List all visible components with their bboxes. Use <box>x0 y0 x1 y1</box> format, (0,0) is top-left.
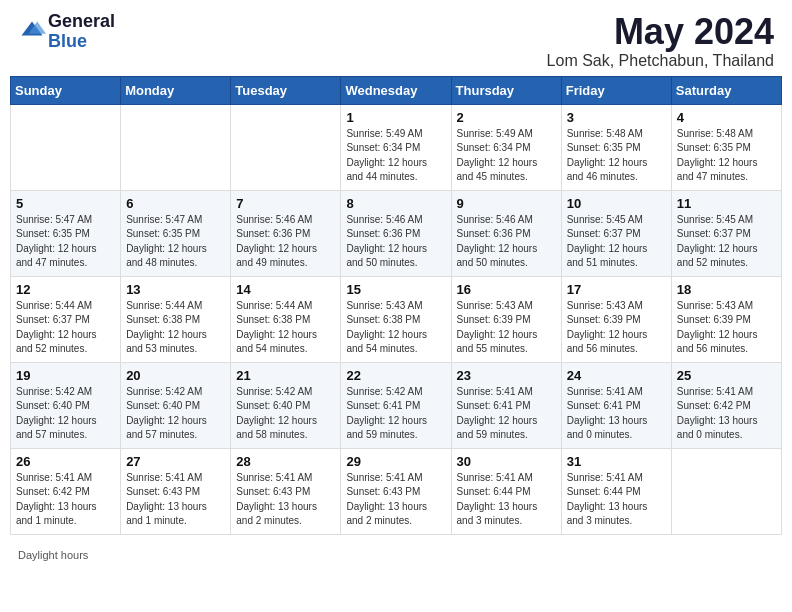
day-info: Sunrise: 5:46 AM Sunset: 6:36 PM Dayligh… <box>457 213 556 271</box>
calendar-week-row: 1Sunrise: 5:49 AM Sunset: 6:34 PM Daylig… <box>11 104 782 190</box>
day-number: 24 <box>567 368 666 383</box>
calendar-cell: 13Sunrise: 5:44 AM Sunset: 6:38 PM Dayli… <box>121 276 231 362</box>
day-number: 23 <box>457 368 556 383</box>
calendar-cell: 22Sunrise: 5:42 AM Sunset: 6:41 PM Dayli… <box>341 362 451 448</box>
day-info: Sunrise: 5:41 AM Sunset: 6:43 PM Dayligh… <box>346 471 445 529</box>
day-number: 16 <box>457 282 556 297</box>
calendar-cell: 28Sunrise: 5:41 AM Sunset: 6:43 PM Dayli… <box>231 448 341 534</box>
day-of-week-header: Friday <box>561 76 671 104</box>
day-number: 17 <box>567 282 666 297</box>
day-info: Sunrise: 5:41 AM Sunset: 6:44 PM Dayligh… <box>457 471 556 529</box>
calendar-week-row: 19Sunrise: 5:42 AM Sunset: 6:40 PM Dayli… <box>11 362 782 448</box>
calendar-cell <box>11 104 121 190</box>
day-number: 27 <box>126 454 225 469</box>
header: General Blue May 2024 Lom Sak, Phetchabu… <box>0 0 792 76</box>
day-info: Sunrise: 5:43 AM Sunset: 6:39 PM Dayligh… <box>677 299 776 357</box>
day-info: Sunrise: 5:46 AM Sunset: 6:36 PM Dayligh… <box>236 213 335 271</box>
calendar-cell: 30Sunrise: 5:41 AM Sunset: 6:44 PM Dayli… <box>451 448 561 534</box>
day-info: Sunrise: 5:45 AM Sunset: 6:37 PM Dayligh… <box>567 213 666 271</box>
day-of-week-header: Monday <box>121 76 231 104</box>
calendar-body: 1Sunrise: 5:49 AM Sunset: 6:34 PM Daylig… <box>11 104 782 534</box>
calendar-cell: 11Sunrise: 5:45 AM Sunset: 6:37 PM Dayli… <box>671 190 781 276</box>
calendar-cell: 4Sunrise: 5:48 AM Sunset: 6:35 PM Daylig… <box>671 104 781 190</box>
footer: Daylight hours <box>0 545 792 565</box>
location-subtitle: Lom Sak, Phetchabun, Thailand <box>547 52 774 70</box>
calendar-cell: 21Sunrise: 5:42 AM Sunset: 6:40 PM Dayli… <box>231 362 341 448</box>
day-of-week-header: Thursday <box>451 76 561 104</box>
calendar-cell: 5Sunrise: 5:47 AM Sunset: 6:35 PM Daylig… <box>11 190 121 276</box>
day-number: 6 <box>126 196 225 211</box>
calendar-cell: 1Sunrise: 5:49 AM Sunset: 6:34 PM Daylig… <box>341 104 451 190</box>
day-number: 3 <box>567 110 666 125</box>
day-info: Sunrise: 5:48 AM Sunset: 6:35 PM Dayligh… <box>567 127 666 185</box>
calendar-cell: 6Sunrise: 5:47 AM Sunset: 6:35 PM Daylig… <box>121 190 231 276</box>
day-number: 14 <box>236 282 335 297</box>
calendar-cell: 25Sunrise: 5:41 AM Sunset: 6:42 PM Dayli… <box>671 362 781 448</box>
day-info: Sunrise: 5:48 AM Sunset: 6:35 PM Dayligh… <box>677 127 776 185</box>
day-number: 19 <box>16 368 115 383</box>
title-section: May 2024 Lom Sak, Phetchabun, Thailand <box>547 12 774 70</box>
day-number: 5 <box>16 196 115 211</box>
day-info: Sunrise: 5:41 AM Sunset: 6:41 PM Dayligh… <box>457 385 556 443</box>
day-of-week-header: Tuesday <box>231 76 341 104</box>
day-info: Sunrise: 5:41 AM Sunset: 6:43 PM Dayligh… <box>236 471 335 529</box>
day-number: 9 <box>457 196 556 211</box>
day-number: 25 <box>677 368 776 383</box>
day-of-week-header: Wednesday <box>341 76 451 104</box>
day-number: 8 <box>346 196 445 211</box>
calendar-header: SundayMondayTuesdayWednesdayThursdayFrid… <box>11 76 782 104</box>
calendar-cell: 7Sunrise: 5:46 AM Sunset: 6:36 PM Daylig… <box>231 190 341 276</box>
day-info: Sunrise: 5:42 AM Sunset: 6:41 PM Dayligh… <box>346 385 445 443</box>
calendar-cell: 29Sunrise: 5:41 AM Sunset: 6:43 PM Dayli… <box>341 448 451 534</box>
day-number: 31 <box>567 454 666 469</box>
calendar-wrapper: SundayMondayTuesdayWednesdayThursdayFrid… <box>0 76 792 545</box>
calendar-cell: 17Sunrise: 5:43 AM Sunset: 6:39 PM Dayli… <box>561 276 671 362</box>
day-info: Sunrise: 5:42 AM Sunset: 6:40 PM Dayligh… <box>16 385 115 443</box>
day-number: 13 <box>126 282 225 297</box>
calendar-cell: 3Sunrise: 5:48 AM Sunset: 6:35 PM Daylig… <box>561 104 671 190</box>
day-info: Sunrise: 5:47 AM Sunset: 6:35 PM Dayligh… <box>16 213 115 271</box>
day-number: 10 <box>567 196 666 211</box>
day-number: 22 <box>346 368 445 383</box>
calendar-cell: 12Sunrise: 5:44 AM Sunset: 6:37 PM Dayli… <box>11 276 121 362</box>
day-number: 2 <box>457 110 556 125</box>
calendar-week-row: 26Sunrise: 5:41 AM Sunset: 6:42 PM Dayli… <box>11 448 782 534</box>
logo-general-text: General <box>48 12 115 32</box>
logo: General Blue <box>18 12 115 52</box>
day-number: 18 <box>677 282 776 297</box>
day-info: Sunrise: 5:41 AM Sunset: 6:43 PM Dayligh… <box>126 471 225 529</box>
day-info: Sunrise: 5:41 AM Sunset: 6:41 PM Dayligh… <box>567 385 666 443</box>
day-info: Sunrise: 5:45 AM Sunset: 6:37 PM Dayligh… <box>677 213 776 271</box>
day-of-week-header: Sunday <box>11 76 121 104</box>
day-info: Sunrise: 5:43 AM Sunset: 6:39 PM Dayligh… <box>457 299 556 357</box>
days-of-week-row: SundayMondayTuesdayWednesdayThursdayFrid… <box>11 76 782 104</box>
day-number: 20 <box>126 368 225 383</box>
calendar-cell: 26Sunrise: 5:41 AM Sunset: 6:42 PM Dayli… <box>11 448 121 534</box>
calendar-cell: 23Sunrise: 5:41 AM Sunset: 6:41 PM Dayli… <box>451 362 561 448</box>
day-number: 15 <box>346 282 445 297</box>
logo-blue-text: Blue <box>48 32 115 52</box>
calendar-cell: 9Sunrise: 5:46 AM Sunset: 6:36 PM Daylig… <box>451 190 561 276</box>
logo-icon <box>18 18 46 46</box>
daylight-label: Daylight hours <box>18 549 88 561</box>
day-number: 11 <box>677 196 776 211</box>
day-number: 7 <box>236 196 335 211</box>
day-info: Sunrise: 5:42 AM Sunset: 6:40 PM Dayligh… <box>126 385 225 443</box>
calendar-cell: 31Sunrise: 5:41 AM Sunset: 6:44 PM Dayli… <box>561 448 671 534</box>
calendar-cell: 19Sunrise: 5:42 AM Sunset: 6:40 PM Dayli… <box>11 362 121 448</box>
calendar-cell: 24Sunrise: 5:41 AM Sunset: 6:41 PM Dayli… <box>561 362 671 448</box>
day-info: Sunrise: 5:43 AM Sunset: 6:39 PM Dayligh… <box>567 299 666 357</box>
calendar-table: SundayMondayTuesdayWednesdayThursdayFrid… <box>10 76 782 535</box>
day-info: Sunrise: 5:41 AM Sunset: 6:44 PM Dayligh… <box>567 471 666 529</box>
day-info: Sunrise: 5:42 AM Sunset: 6:40 PM Dayligh… <box>236 385 335 443</box>
day-number: 29 <box>346 454 445 469</box>
month-year-title: May 2024 <box>547 12 774 52</box>
day-info: Sunrise: 5:47 AM Sunset: 6:35 PM Dayligh… <box>126 213 225 271</box>
calendar-week-row: 12Sunrise: 5:44 AM Sunset: 6:37 PM Dayli… <box>11 276 782 362</box>
day-number: 4 <box>677 110 776 125</box>
day-number: 26 <box>16 454 115 469</box>
calendar-cell: 15Sunrise: 5:43 AM Sunset: 6:38 PM Dayli… <box>341 276 451 362</box>
day-info: Sunrise: 5:41 AM Sunset: 6:42 PM Dayligh… <box>677 385 776 443</box>
calendar-cell: 8Sunrise: 5:46 AM Sunset: 6:36 PM Daylig… <box>341 190 451 276</box>
calendar-cell <box>671 448 781 534</box>
